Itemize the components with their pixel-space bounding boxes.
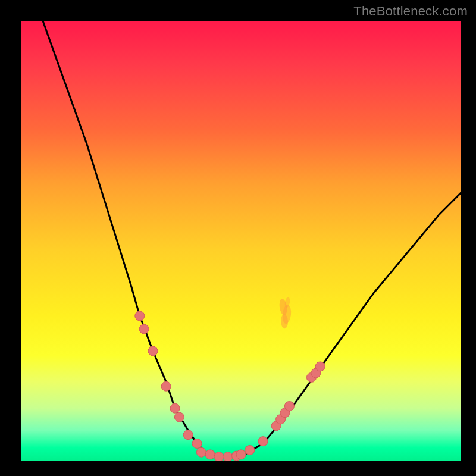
data-marker <box>284 402 294 411</box>
data-marker <box>214 452 224 461</box>
data-marker <box>174 412 184 422</box>
data-marker <box>236 450 246 459</box>
watermark-text: TheBottleneck.com <box>353 4 468 19</box>
chart-svg <box>21 21 461 461</box>
data-marker <box>135 311 145 321</box>
data-marker <box>161 381 171 391</box>
chart-plot-area <box>21 21 461 461</box>
chart-frame: TheBottleneck.com <box>0 0 476 476</box>
data-marker <box>245 446 255 455</box>
data-marker <box>139 324 149 334</box>
data-marker <box>170 403 180 413</box>
data-marker <box>192 439 202 448</box>
data-marker <box>223 452 233 461</box>
flame-layer <box>278 297 292 329</box>
data-marker <box>315 362 325 371</box>
data-marker <box>196 447 206 457</box>
marker-layer <box>135 311 325 461</box>
data-marker <box>258 437 268 446</box>
bottleneck-curve <box>43 21 461 457</box>
curve-layer <box>43 21 461 457</box>
data-marker <box>148 346 158 356</box>
data-marker <box>183 430 193 440</box>
data-marker <box>205 450 215 459</box>
